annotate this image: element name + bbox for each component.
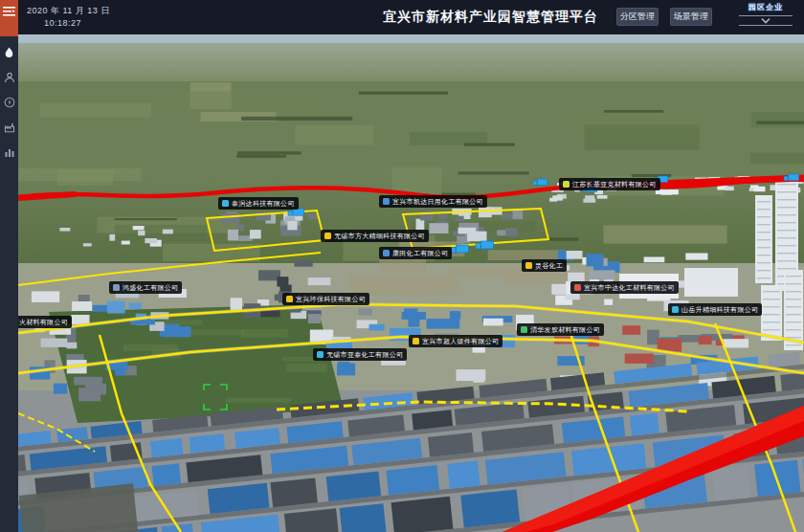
sidebar-item-statistics[interactable] — [0, 140, 18, 165]
map-label[interactable]: 江苏长基亚克材料有限公司 — [559, 178, 660, 190]
scene-management-button[interactable]: 场景管理 — [670, 8, 712, 26]
company-label-text: 鸿盛化工有限公司 — [123, 283, 178, 293]
map-label[interactable]: 宜兴市中达化工材料有限公司 — [570, 281, 679, 294]
sidebar-item-fire[interactable] — [0, 40, 18, 65]
company-marker-icon — [672, 306, 679, 313]
divider — [739, 15, 793, 16]
company-marker-icon — [383, 198, 390, 205]
power-meter-icon — [4, 97, 15, 108]
company-label-text: 山岳升精细科技有限公司 — [681, 305, 758, 315]
company-marker-icon — [413, 338, 419, 344]
menu-icon — [3, 6, 15, 17]
dropdown-label: 园区企业 — [739, 2, 793, 14]
divider — [739, 25, 793, 26]
company-marker-icon — [317, 351, 324, 358]
company-label-text: 无锡市亚泰化工有限公司 — [326, 350, 403, 360]
chevron-down-icon[interactable] — [760, 17, 771, 24]
map-label[interactable]: 宜兴市超人锻件有限公司 — [409, 335, 502, 347]
top-bar: 2020 年 11 月 13 日 10:18:27 宜兴市新材料产业园智慧管理平… — [18, 0, 804, 34]
company-marker-icon — [324, 233, 331, 239]
company-marker-icon — [113, 284, 120, 291]
map-label[interactable]: 无锡市方大精细科技有限公司 — [321, 230, 429, 242]
current-date: 2020 年 11 月 13 日 — [27, 5, 110, 17]
map-label[interactable]: 清华发胶材料有限公司 — [517, 323, 604, 336]
current-time: 10:18:27 — [44, 18, 81, 28]
sidebar-item-energy[interactable] — [0, 90, 18, 115]
map-label[interactable]: 灵谷化工 — [522, 259, 567, 272]
bar-chart-icon — [4, 146, 15, 158]
company-label-text: 宜兴市中达化工材料有限公司 — [584, 283, 675, 293]
company-marker-icon — [563, 181, 570, 188]
map-label[interactable]: 无锡市亚泰化工有限公司 — [313, 348, 407, 361]
menu-button[interactable] — [0, 0, 18, 36]
company-marker-icon — [383, 250, 390, 256]
company-label-text: 清华发胶材料有限公司 — [530, 325, 600, 335]
tool-sidebar — [0, 0, 18, 532]
company-marker-icon — [521, 326, 527, 333]
company-label-text: 康田化工有限公司 — [392, 249, 448, 258]
map-label[interactable]: 宜兴市凯达日用化工有限公司 — [379, 195, 487, 208]
company-label-text: 无锡市方大精细科技有限公司 — [334, 232, 425, 241]
map-label[interactable]: 康田化工有限公司 — [379, 247, 452, 259]
smart-park-platform: { "header": { "date": "2020 年 11 月 13 日"… — [0, 0, 804, 532]
person-icon — [4, 72, 15, 83]
map-label[interactable]: 山岳升精细科技有限公司 — [668, 303, 762, 316]
company-label-text: 泰润达科技有限公司 — [232, 199, 295, 209]
page-title: 宜兴市新材料产业园智慧管理平台 — [383, 9, 598, 26]
sidebar-item-personnel[interactable] — [0, 65, 18, 90]
company-label-text: 宜兴市凯达日用化工有限公司 — [392, 197, 483, 207]
map-label[interactable]: 鸿盛化工有限公司 — [109, 281, 182, 294]
company-marker-icon — [525, 262, 532, 269]
fire-icon — [4, 47, 14, 58]
company-marker-icon — [286, 296, 293, 302]
company-label-text: 宜兴市超人锻件有限公司 — [422, 337, 499, 346]
map-label[interactable]: 宜兴环保科技有限公司 — [282, 293, 369, 305]
map-label[interactable]: 泰润达科技有限公司 — [218, 197, 299, 210]
company-marker-icon — [222, 200, 229, 207]
company-label-text: 江苏长基亚克材料有限公司 — [572, 180, 657, 189]
park-enterprise-dropdown[interactable]: 园区企业 — [739, 2, 793, 27]
company-marker-icon — [574, 284, 581, 291]
zone-management-button[interactable]: 分区管理 — [616, 8, 659, 26]
company-label-text: 宜兴环保科技有限公司 — [296, 295, 366, 304]
company-label-text: 灵谷化工 — [535, 261, 563, 271]
factory-icon — [4, 122, 15, 133]
sidebar-item-factory[interactable] — [0, 115, 18, 140]
